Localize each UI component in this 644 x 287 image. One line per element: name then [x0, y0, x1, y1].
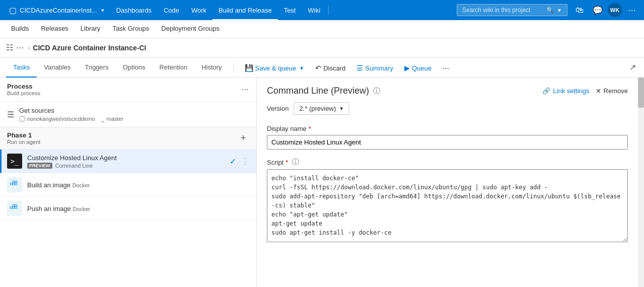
toolbar-actions: 💾 Save & queue ▼ ↶ Discard ☰ Summary ▶ Q…: [240, 62, 454, 74]
summary-icon: ☰: [356, 64, 363, 72]
summary-button[interactable]: ☰ Summary: [351, 62, 398, 74]
task-info-push: Push an image Docker: [27, 205, 249, 212]
sources-info: Get sources ◯ nonokangwei/vstscicddemo ⎯…: [19, 107, 123, 122]
task-check-icon: ✓: [230, 157, 236, 166]
tab-separator: [233, 63, 234, 73]
task-type-push: Docker: [73, 206, 90, 212]
expand-button[interactable]: ↗: [627, 60, 638, 74]
subnav-task-groups[interactable]: Task Groups: [107, 20, 154, 38]
docker-svg-push: [10, 203, 20, 213]
script-info-icon[interactable]: ⓘ: [292, 158, 299, 167]
remove-button[interactable]: ✕ Remove: [596, 87, 628, 95]
task-drag-icon[interactable]: ⋮: [241, 157, 249, 166]
version-chevron-icon: ▼: [339, 106, 344, 111]
task-item-push[interactable]: Push an image Docker: [0, 197, 256, 221]
nav-links: Dashboards Code Work Build and Release T…: [110, 0, 326, 20]
remove-x-icon: ✕: [596, 87, 601, 95]
display-name-input[interactable]: [267, 135, 628, 150]
discard-icon: ↶: [315, 64, 321, 72]
search-chevron-icon: ▼: [557, 8, 562, 13]
nav-build-release[interactable]: Build and Release: [212, 0, 278, 20]
more-icon[interactable]: ⋯: [624, 2, 640, 18]
link-settings-button[interactable]: 🔗 Link settings: [542, 87, 589, 95]
save-queue-button[interactable]: 💾 Save & queue ▼: [240, 62, 310, 74]
sub-navigation: Builds Releases Library Task Groups Depl…: [0, 20, 644, 38]
add-task-button[interactable]: +: [237, 132, 249, 145]
right-panel: Command Line (Preview) ⓘ 🔗 Link settings…: [257, 78, 644, 287]
tab-variables[interactable]: Variables: [37, 58, 78, 78]
svg-rect-0: [10, 183, 12, 185]
tab-tasks[interactable]: Tasks: [6, 58, 37, 78]
breadcrumb-bar: ☷ ⋯ › CICD Azure Container Instance-CI: [0, 38, 644, 57]
tab-retention[interactable]: Retention: [152, 58, 194, 78]
sources-meta: ◯ nonokangwei/vstscicddemo ⎯ master: [19, 115, 123, 122]
task-item-build[interactable]: Build an image Docker: [0, 173, 256, 197]
process-info: Process Build process: [7, 83, 40, 96]
main-content: Process Build process ⋯ ☰ Get sources ◯ …: [0, 78, 644, 287]
sources-title: Get sources: [19, 107, 123, 114]
version-label: Version: [267, 105, 289, 112]
version-value: 2.* (preview): [299, 105, 336, 112]
phase-header: Phase 1 Run on agent +: [0, 127, 256, 150]
process-section: Process Build process ⋯: [0, 78, 256, 102]
avatar[interactable]: WK: [608, 3, 622, 17]
search-box[interactable]: 🔍 ▼: [457, 4, 567, 16]
preview-badge: PREVIEW: [27, 163, 52, 169]
nav-dashboards[interactable]: Dashboards: [110, 0, 158, 20]
project-selector[interactable]: ▢ CICDAzureContainerInst... ▼: [4, 0, 110, 20]
chat-icon[interactable]: 💬: [590, 2, 606, 18]
subnav-builds[interactable]: Builds: [6, 20, 34, 38]
build-definition-icon: ☷: [6, 43, 13, 52]
project-name: CICDAzureContainerInst...: [20, 7, 97, 14]
sources-icon: ☰: [7, 110, 14, 119]
cmd-actions: 🔗 Link settings ✕ Remove: [542, 87, 628, 95]
script-required: *: [285, 159, 288, 166]
cmd-header: Command Line (Preview) ⓘ 🔗 Link settings…: [267, 86, 628, 96]
display-name-required: *: [309, 125, 311, 132]
basket-icon[interactable]: 🛍: [571, 2, 588, 18]
cmd-icon: >_: [11, 157, 19, 165]
svg-rect-1: [13, 183, 15, 185]
task-name-customize: Customize Hosted Linux Agent: [27, 154, 117, 162]
queue-icon: ▶: [404, 64, 410, 72]
svg-rect-3: [13, 181, 15, 183]
phase-title: Phase 1: [7, 131, 40, 139]
branch-icon: ⎯: [101, 116, 105, 122]
subnav-library[interactable]: Library: [76, 20, 106, 38]
nav-separator: [328, 5, 329, 15]
task-item-customize[interactable]: >_ Customize Hosted Linux Agent PREVIEW …: [0, 150, 256, 173]
azure-devops-logo: ▢: [9, 6, 17, 15]
breadcrumb-more[interactable]: ⋯: [16, 43, 25, 52]
task-docker-icon-box-push: [7, 201, 22, 216]
nav-wiki[interactable]: Wiki: [302, 0, 326, 20]
task-name-push: Push an image: [27, 205, 71, 212]
version-select[interactable]: 2.* (preview) ▼: [294, 102, 349, 115]
subnav-deployment-groups[interactable]: Deployment Groups: [156, 20, 225, 38]
top-navigation: ▢ CICDAzureContainerInst... ▼ Dashboards…: [0, 0, 644, 20]
queue-button[interactable]: ▶ Queue: [399, 62, 437, 74]
discard-button[interactable]: ↶ Discard: [310, 62, 350, 74]
branch-info: ⎯ master: [101, 116, 124, 122]
process-more-icon[interactable]: ⋯: [242, 86, 249, 94]
task-info-build: Build an image Docker: [27, 181, 249, 189]
nav-code[interactable]: Code: [158, 0, 185, 20]
get-sources-item[interactable]: ☰ Get sources ◯ nonokangwei/vstscicddemo…: [0, 102, 256, 127]
tab-options[interactable]: Options: [116, 58, 153, 78]
info-icon[interactable]: ⓘ: [373, 87, 380, 96]
script-textarea[interactable]: [267, 169, 628, 242]
task-type-customize: Command Line: [55, 163, 93, 169]
tabs-row: Tasks Variables Triggers Options Retenti…: [0, 57, 644, 78]
tab-triggers[interactable]: Triggers: [78, 58, 115, 78]
svg-rect-9: [15, 205, 17, 206]
nav-test[interactable]: Test: [278, 0, 302, 20]
more-actions-button[interactable]: ⋯: [438, 62, 454, 74]
process-title: Process: [7, 83, 40, 90]
svg-rect-7: [15, 207, 17, 208]
tab-history[interactable]: History: [194, 58, 229, 78]
nav-work[interactable]: Work: [185, 0, 212, 20]
search-input[interactable]: [462, 7, 543, 14]
github-icon: ◯: [19, 115, 25, 122]
cmd-title-area: Command Line (Preview) ⓘ: [267, 86, 380, 96]
subnav-releases[interactable]: Releases: [36, 20, 73, 38]
scrollbar-thumb[interactable]: [638, 78, 644, 108]
